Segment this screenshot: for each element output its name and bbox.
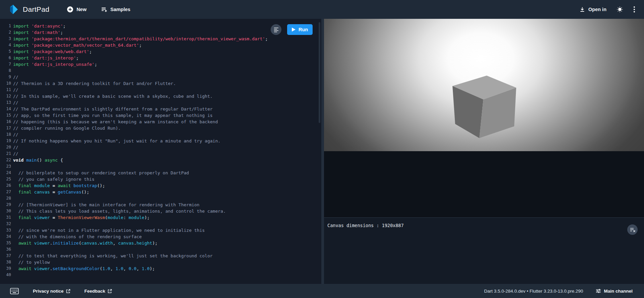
line-number: 30 — [0, 208, 11, 214]
console-panel: Canvas dimensions : 644x298 — [324, 217, 644, 284]
line-number: 2 — [0, 29, 11, 36]
download-icon — [579, 6, 585, 12]
status-bar: Privacy notice Feedback Dart 3.5.0-284.0… — [0, 284, 644, 298]
line-number: 4 — [0, 42, 11, 48]
code-line[interactable]: 36 — [0, 246, 321, 253]
line-number: 28 — [0, 195, 11, 202]
new-button[interactable]: New — [67, 6, 87, 13]
code-line[interactable]: 9// — [0, 74, 321, 80]
code-line[interactable]: 35 await viewer.initialize(canvas.width,… — [0, 240, 321, 246]
code-line[interactable]: 38 // to yellow — [0, 259, 321, 265]
code-line[interactable]: 37 // to test that everything is working… — [0, 253, 321, 259]
code-line[interactable]: 40 — [0, 272, 321, 278]
samples-label: Samples — [110, 7, 130, 12]
open-in-button[interactable]: Open in — [579, 6, 606, 12]
code-line[interactable]: 14// The DartPad environment is slightly… — [0, 106, 321, 112]
feedback-label: Feedback — [85, 289, 105, 294]
more-vert-icon — [633, 6, 635, 13]
output-pane: Canvas dimensions : 644x298 — [324, 19, 644, 284]
code-line[interactable]: 15// app, so the first time you run this… — [0, 112, 321, 119]
external-link-icon — [66, 289, 70, 293]
run-button[interactable]: Run — [287, 24, 313, 35]
code-line[interactable]: 11// — [0, 87, 321, 93]
tune-icon — [596, 288, 601, 294]
line-number: 11 — [0, 87, 11, 93]
line-number: 6 — [0, 55, 11, 61]
code-line[interactable]: 21// — [0, 151, 321, 157]
code-line[interactable]: 33 // since we're not in a Flutter appli… — [0, 227, 321, 233]
code-line[interactable]: 22void main() async { — [0, 157, 321, 163]
code-editor[interactable]: 1import 'dart:async';2import 'dart:math'… — [0, 23, 321, 278]
open-in-label: Open in — [588, 7, 606, 12]
code-line[interactable]: 8 — [0, 68, 321, 74]
dart-logo-icon — [8, 4, 19, 15]
code-line[interactable]: 39 await viewer.setBackgroundColor(1.0, … — [0, 265, 321, 272]
format-lines-icon — [273, 27, 279, 33]
external-link-icon — [108, 289, 112, 293]
code-line[interactable]: 6import 'dart:js_interop'; — [0, 55, 321, 61]
line-number: 15 — [0, 112, 11, 119]
code-line[interactable]: 5import 'package:web/web.dart'; — [0, 48, 321, 55]
code-line[interactable]: 29 // [ThermionViewer] is the main inter… — [0, 202, 321, 208]
line-number: 7 — [0, 61, 11, 68]
code-line[interactable]: 4import 'package:vector_math/vector_math… — [0, 42, 321, 48]
line-number: 24 — [0, 170, 11, 176]
line-number: 9 — [0, 74, 11, 80]
code-editor-pane: 1import 'dart:async';2import 'dart:math'… — [0, 19, 321, 284]
code-line[interactable]: 30 // This class lets you load assets, l… — [0, 208, 321, 214]
code-line[interactable]: 18// — [0, 131, 321, 138]
new-label: New — [76, 7, 87, 12]
theme-toggle-button[interactable] — [616, 6, 623, 13]
code-line[interactable]: 3import 'package:thermion_dart/thermion_… — [0, 36, 321, 42]
overflow-menu-button[interactable] — [633, 6, 635, 13]
line-number: 37 — [0, 253, 11, 259]
code-line[interactable]: 24 // boilerplate to setup our rendering… — [0, 170, 321, 176]
brightness-icon — [616, 6, 623, 13]
feedback-link[interactable]: Feedback — [85, 289, 112, 294]
code-line[interactable]: 16// happening (this is because we aren'… — [0, 119, 321, 125]
code-line[interactable]: 27 final canvas = getCanvas(); — [0, 189, 321, 195]
code-line[interactable]: 13// — [0, 99, 321, 106]
code-line[interactable]: 17// compiler running on Google Cloud Ru… — [0, 125, 321, 131]
clear-console-button[interactable] — [627, 224, 638, 235]
keyboard-shortcuts-button[interactable] — [10, 288, 19, 294]
cube-3d-object — [451, 74, 518, 140]
code-line[interactable]: 32 — [0, 221, 321, 227]
line-number: 31 — [0, 214, 11, 221]
samples-button[interactable]: Samples — [101, 6, 130, 13]
line-number: 13 — [0, 99, 11, 106]
line-number: 26 — [0, 182, 11, 189]
line-number: 20 — [0, 144, 11, 151]
code-line[interactable]: 10// Thermion is a 3D rendering toolkit … — [0, 80, 321, 87]
line-number: 32 — [0, 221, 11, 227]
channel-selector[interactable]: Main channel — [596, 288, 633, 294]
privacy-notice-link[interactable]: Privacy notice — [33, 289, 70, 294]
privacy-notice-label: Privacy notice — [33, 289, 64, 294]
line-number: 27 — [0, 189, 11, 195]
line-number: 33 — [0, 227, 11, 233]
format-button[interactable] — [271, 24, 281, 35]
code-line[interactable]: 7import 'dart:js_interop_unsafe'; — [0, 61, 321, 68]
line-number: 35 — [0, 240, 11, 246]
playlist-add-icon — [101, 6, 107, 13]
pane-splitter[interactable] — [321, 19, 324, 284]
keyboard-icon — [10, 288, 19, 294]
line-number: 5 — [0, 48, 11, 55]
code-line[interactable]: 31 final viewer = ThermionViewerWasm(mod… — [0, 214, 321, 221]
line-number: 14 — [0, 106, 11, 112]
code-line[interactable]: 12// In this sample, we'll create a basi… — [0, 93, 321, 99]
line-number: 1 — [0, 23, 11, 29]
code-line[interactable]: 34 // with the dimensions of the renderi… — [0, 233, 321, 240]
editor-scrollbar[interactable] — [319, 22, 320, 123]
run-label: Run — [299, 27, 308, 32]
line-number: 22 — [0, 157, 11, 163]
code-line[interactable]: 19// If nothing happens when you hit "Ru… — [0, 138, 321, 144]
line-number: 17 — [0, 125, 11, 131]
code-line[interactable]: 28 — [0, 195, 321, 202]
code-line[interactable]: 20// — [0, 144, 321, 151]
line-number: 38 — [0, 259, 11, 265]
code-line[interactable]: 23 — [0, 163, 321, 170]
render-viewport[interactable] — [324, 19, 644, 151]
code-line[interactable]: 25 // you can safely ignore this — [0, 176, 321, 182]
code-line[interactable]: 26 final module = await bootstrap(); — [0, 182, 321, 189]
